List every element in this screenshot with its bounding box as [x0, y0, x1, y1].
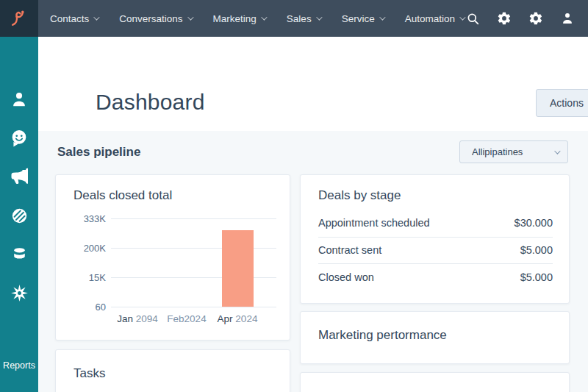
- x-tick-text: 2094: [133, 313, 158, 324]
- nav-item-label: Conversations: [119, 13, 182, 24]
- y-axis-tick: 200K: [71, 243, 106, 254]
- stage-value: $30.000: [514, 217, 553, 229]
- page-header: Dashboard Actions Dashboards Reports Tem…: [38, 37, 588, 131]
- marketing-performance-card: Marketing pertormance: [300, 311, 570, 364]
- chevron-down-icon: [93, 14, 99, 20]
- nav-item-contacts[interactable]: Contacts: [50, 13, 98, 24]
- stage-value: $5.000: [520, 271, 553, 283]
- search-icon[interactable]: [466, 12, 480, 26]
- nav-icon-group: [466, 0, 575, 37]
- sidebar-item-cms[interactable]: [0, 207, 38, 225]
- stage-value: $5.000: [520, 244, 553, 256]
- app-root: Contacts Conversations Marketing Sales S…: [0, 0, 588, 392]
- stage-label: Closed won: [318, 271, 374, 283]
- left-sidebar: Reports: [0, 37, 38, 392]
- nav-item-label: Service: [342, 13, 375, 24]
- chat-smiley-icon: [10, 129, 29, 148]
- user-icon[interactable]: [560, 11, 575, 26]
- deals-closed-total-card: Deals closed total 333K 200K 15K 60 Jan …: [55, 174, 290, 341]
- automation-star-icon: [10, 284, 29, 302]
- contacts-person-icon: [10, 90, 29, 109]
- nav-menu: Contacts Conversations Marketing Sales S…: [50, 0, 464, 37]
- sidebar-reports-label[interactable]: Reports: [0, 360, 38, 371]
- y-axis-tick: 15K: [71, 272, 106, 283]
- top-navbar: Contacts Conversations Marketing Sales S…: [0, 0, 588, 37]
- y-axis-tick: 60: [71, 302, 106, 313]
- table-row: Appointment scheduled $30.000: [318, 210, 553, 237]
- sprocket-icon[interactable]: [497, 11, 512, 26]
- chevron-down-icon: [379, 14, 385, 20]
- stage-label: Contract sent: [318, 244, 381, 256]
- sidebar-item-conversations[interactable]: [0, 129, 38, 148]
- megaphone-icon: [10, 168, 28, 185]
- sidebar-item-automation[interactable]: [0, 284, 38, 302]
- actions-button[interactable]: Actions: [536, 89, 588, 117]
- x-tick-text: Feb2024: [167, 313, 206, 324]
- card-title: Tasks: [74, 366, 105, 381]
- stage-label: Appointment scheduled: [318, 217, 430, 229]
- deals-closed-bar-chart: 333K 200K 15K 60 Jan 2094 Feb2024 Apr 20…: [56, 175, 291, 341]
- table-row: Contract sent $5.000: [318, 237, 553, 264]
- y-axis-tick: 333K: [71, 213, 106, 224]
- database-icon: [10, 245, 29, 263]
- card-title: Deals by stage: [318, 188, 401, 203]
- actions-button-label: Actions: [550, 97, 584, 109]
- x-axis-tick: Feb2024: [157, 313, 216, 324]
- nav-item-service[interactable]: Service: [342, 13, 384, 24]
- nav-item-marketing[interactable]: Marketing: [213, 13, 265, 24]
- nav-item-label: Sales: [287, 13, 312, 24]
- gridline: [111, 218, 276, 219]
- chart-bar-apr-2024: [222, 230, 254, 307]
- tasks-card: Tasks: [55, 349, 290, 392]
- nav-item-label: Automation: [405, 13, 455, 24]
- card-title: Marketing pertormance: [318, 328, 447, 343]
- nav-item-label: Contacts: [50, 13, 89, 24]
- chevron-down-icon: [187, 14, 193, 20]
- x-tick-text: Apr: [218, 313, 233, 324]
- nav-item-label: Marketing: [213, 13, 257, 24]
- sidebar-item-marketing[interactable]: [0, 168, 38, 185]
- deals-by-stage-card: Deals by stage Appointment scheduled $30…: [300, 174, 570, 304]
- chevron-down-icon: [554, 148, 560, 154]
- chevron-down-icon: [316, 14, 322, 20]
- chevron-down-icon: [459, 14, 465, 20]
- pipeline-filter-value: Allipipatines: [472, 146, 523, 157]
- deals-by-stage-table: Appointment scheduled $30.000 Contract s…: [318, 210, 553, 291]
- x-tick-text: Jan: [117, 313, 133, 324]
- sidebar-item-contacts[interactable]: [0, 90, 38, 109]
- nav-item-automation[interactable]: Automation: [405, 13, 464, 24]
- x-axis-tick: Apr 2024: [208, 313, 267, 324]
- sprocket-icon[interactable]: [528, 11, 543, 26]
- app-logo[interactable]: [0, 0, 38, 37]
- gridline: [111, 307, 276, 307]
- partial-card: [300, 372, 570, 392]
- hubspot-sprocket-logo-icon: [7, 7, 31, 30]
- page-title: Dashboard: [96, 90, 205, 115]
- pipeline-filter-dropdown[interactable]: Allipipatines: [459, 140, 568, 163]
- sales-pipeline-heading: Sales pipeline: [57, 145, 140, 160]
- striped-circle-icon: [10, 207, 29, 225]
- table-row: Closed won $5.000: [318, 263, 553, 291]
- nav-item-sales[interactable]: Sales: [287, 13, 320, 24]
- sidebar-item-data[interactable]: [0, 245, 38, 263]
- x-tick-text: 2024: [233, 313, 258, 324]
- nav-item-conversations[interactable]: Conversations: [119, 13, 191, 24]
- chevron-down-icon: [261, 14, 267, 20]
